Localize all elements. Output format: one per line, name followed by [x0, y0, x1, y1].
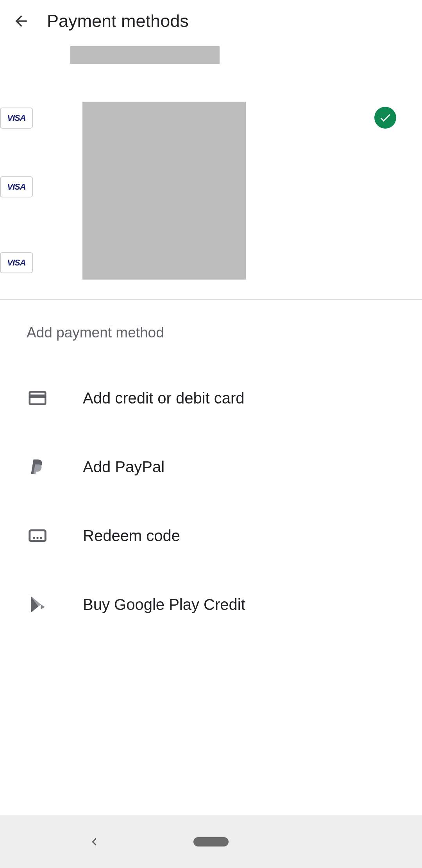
- page-title: Payment methods: [47, 11, 189, 31]
- add-card-option[interactable]: Add credit or debit card: [0, 364, 422, 432]
- card-brand-icon[interactable]: VISA: [0, 252, 33, 273]
- redeem-code-icon: [26, 524, 49, 547]
- svg-point-2: [36, 537, 38, 539]
- svg-point-3: [40, 537, 42, 539]
- divider: [0, 299, 422, 300]
- svg-point-1: [33, 537, 35, 539]
- add-card-label: Add credit or debit card: [83, 389, 245, 407]
- credit-card-icon: [26, 386, 49, 410]
- redacted-block: [70, 46, 220, 64]
- card-brand-icon[interactable]: VISA: [0, 108, 33, 129]
- redeem-code-option[interactable]: Redeem code: [0, 501, 422, 570]
- add-paypal-option[interactable]: Add PayPal: [0, 432, 422, 501]
- selected-checkmark-icon: [374, 107, 396, 129]
- svg-rect-0: [30, 531, 46, 541]
- system-home-pill[interactable]: [193, 837, 229, 846]
- redacted-block: [82, 102, 246, 280]
- section-label: Add payment method: [27, 325, 164, 341]
- google-play-icon: [26, 593, 49, 616]
- buy-play-credit-label: Buy Google Play Credit: [83, 596, 245, 613]
- back-button[interactable]: [12, 12, 30, 30]
- redeem-code-label: Redeem code: [83, 527, 180, 545]
- add-paypal-label: Add PayPal: [83, 458, 165, 476]
- header: Payment methods: [0, 0, 422, 42]
- card-brand-icon[interactable]: VISA: [0, 176, 33, 197]
- system-navbar: [0, 815, 422, 868]
- buy-play-credit-option[interactable]: Buy Google Play Credit: [0, 570, 422, 639]
- add-payment-options: Add credit or debit card Add PayPal Rede…: [0, 364, 422, 639]
- system-back-button[interactable]: [87, 835, 101, 849]
- arrow-left-icon: [13, 13, 30, 30]
- paypal-icon: [26, 455, 49, 479]
